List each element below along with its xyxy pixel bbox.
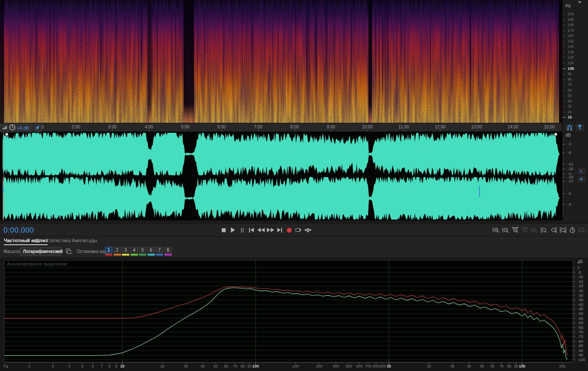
zoom-to-playhead-button[interactable]: [568, 226, 577, 234]
time-tick-major: [513, 129, 513, 131]
zoom-amplitude-button[interactable]: [578, 226, 586, 234]
go-to-end-button[interactable]: [276, 226, 284, 234]
rewind-button[interactable]: [256, 226, 265, 234]
freq-tick: [562, 90, 565, 91]
loop-playback-button[interactable]: [294, 226, 303, 234]
freq-tick-label: 16k: [568, 33, 574, 38]
play-button[interactable]: [229, 226, 237, 234]
svg-text:-50: -50: [578, 312, 583, 316]
time-label: 10:00: [362, 125, 373, 129]
svg-text:1k: 1k: [387, 364, 391, 368]
copy-graph-icon[interactable]: [66, 249, 72, 254]
freq-tick-label: 3k: [568, 104, 572, 108]
time-tick-major: [185, 129, 186, 131]
channel-right-button[interactable]: R: [578, 177, 585, 182]
frame-hold-button-7[interactable]: 7: [156, 247, 163, 253]
db-tick-minor: [562, 154, 564, 154]
db-tick-label: -3: [568, 142, 571, 146]
go-to-start-button[interactable]: [247, 226, 256, 234]
freq-tick: [562, 112, 565, 112]
zoom-out-full-button[interactable]: [520, 226, 529, 234]
skip-selection-button[interactable]: [303, 226, 312, 234]
frame-hold-button-3[interactable]: 3: [122, 247, 129, 253]
freq-tick: [562, 14, 565, 14]
frame-hold-button-2[interactable]: 2: [114, 247, 121, 253]
amplitude-ruler[interactable]: dB -3-6-12-18-∞-18-12-6-3 L R: [562, 132, 588, 220]
db-tick-minor: [562, 142, 564, 142]
db-tick-minor: [562, 165, 564, 166]
zoom-in-full-button[interactable]: [511, 226, 519, 234]
svg-text:4: 4: [68, 364, 70, 368]
spectrogram-view[interactable]: [0, 0, 562, 123]
selection-handle[interactable]: [5, 133, 8, 136]
frequency-ruler[interactable]: Hz 20k19k18k17k16k15k14k13k12k11k10k9k8k…: [562, 0, 588, 123]
stop-button[interactable]: [219, 226, 228, 234]
svg-text:дБ: дБ: [578, 259, 583, 264]
frame-color-bar: [105, 254, 112, 256]
timeline-ruler[interactable]: 1:002:003:004:005:006:007:008:009:0010:0…: [0, 123, 562, 132]
scale-dropdown[interactable]: Логарифмический: [20, 247, 62, 256]
time-tick-minor: [385, 130, 386, 131]
svg-text:-40: -40: [578, 302, 583, 307]
gain-hud-value[interactable]: +0 dB: [17, 125, 29, 131]
freq-tick: [562, 95, 565, 96]
svg-text:100: 100: [253, 364, 259, 368]
svg-text:-80: -80: [578, 339, 583, 344]
svg-text:5k: 5k: [480, 364, 484, 368]
freq-tick: [562, 46, 565, 47]
zoom-to-selection-button[interactable]: [558, 226, 567, 234]
selection-handle[interactable]: [554, 133, 557, 136]
time-tick-major: [331, 129, 332, 131]
panel-tabs: Частотный анализ Статистика Амплитуды: [0, 236, 588, 246]
clock-icon[interactable]: [9, 124, 16, 131]
pin-icon[interactable]: [33, 123, 42, 132]
freq-tick-label: 12k: [568, 55, 574, 59]
tab-frequency-analysis[interactable]: Частотный анализ: [4, 238, 48, 245]
db-tick-minor: [562, 212, 564, 213]
db-tick-minor: [562, 151, 564, 151]
tab-amplitude-statistics[interactable]: Статистика Амплитуды: [46, 238, 97, 243]
record-button[interactable]: [285, 226, 293, 234]
frame-hold-button-5[interactable]: 5: [139, 247, 146, 253]
time-tick-minor: [531, 130, 532, 131]
frame-hold-button-1[interactable]: 1: [105, 247, 112, 253]
timeline-corner: [562, 123, 588, 132]
waveform-view[interactable]: [0, 132, 562, 220]
marker-pin-icon[interactable]: [576, 124, 584, 131]
svg-text:-85: -85: [578, 344, 583, 348]
snap-magnet-icon[interactable]: [565, 124, 573, 131]
db-tick-minor: [562, 198, 564, 198]
freq-tick: [562, 117, 566, 118]
svg-text:600: 600: [356, 364, 363, 368]
frame-hold-button-4[interactable]: 4: [131, 247, 138, 253]
time-tick-minor: [276, 130, 277, 131]
time-tick-minor: [240, 130, 240, 131]
pause-button[interactable]: [238, 226, 246, 234]
db-tick: [562, 169, 565, 169]
zoom-reset-button[interactable]: [530, 226, 539, 234]
frequency-analysis-plot[interactable]: дБ0-5-10-15-20-25-30-35-40-45-50-55-60-6…: [0, 258, 588, 371]
zoom-in-at-out-point-button[interactable]: [549, 226, 558, 234]
frame-hold-button-8[interactable]: 8: [164, 247, 172, 253]
channel-left-button[interactable]: L: [578, 168, 585, 174]
zoom-in-at-in-point-button[interactable]: [539, 226, 548, 234]
svg-text:6k: 6k: [490, 364, 495, 368]
zoom-out-horizontal-button[interactable]: [501, 226, 510, 234]
chevron-down-icon[interactable]: [578, 1, 581, 3]
panel-menu-icon[interactable]: [35, 239, 39, 243]
fast-forward-button[interactable]: [266, 226, 275, 234]
db-tick-minor: [562, 141, 564, 141]
playhead[interactable]: [3, 132, 4, 220]
volume-hud-icon[interactable]: [1, 125, 8, 131]
time-display[interactable]: 0:00.000: [3, 226, 34, 235]
db-tick: [562, 204, 565, 205]
frame-hold-button-6[interactable]: 6: [148, 247, 155, 253]
db-tick-minor: [562, 189, 564, 189]
db-tick-minor: [562, 197, 564, 197]
zoom-in-horizontal-button[interactable]: [492, 226, 500, 234]
frequency-analysis-chart[interactable]: дБ0-5-10-15-20-25-30-35-40-45-50-55-60-6…: [0, 258, 588, 371]
svg-text:5: 5: [81, 364, 83, 368]
svg-text:800: 800: [373, 364, 379, 368]
db-tick-minor: [562, 207, 564, 207]
analysis-controls: Масштаб: Логарифмический Остановка кадра…: [0, 246, 588, 257]
